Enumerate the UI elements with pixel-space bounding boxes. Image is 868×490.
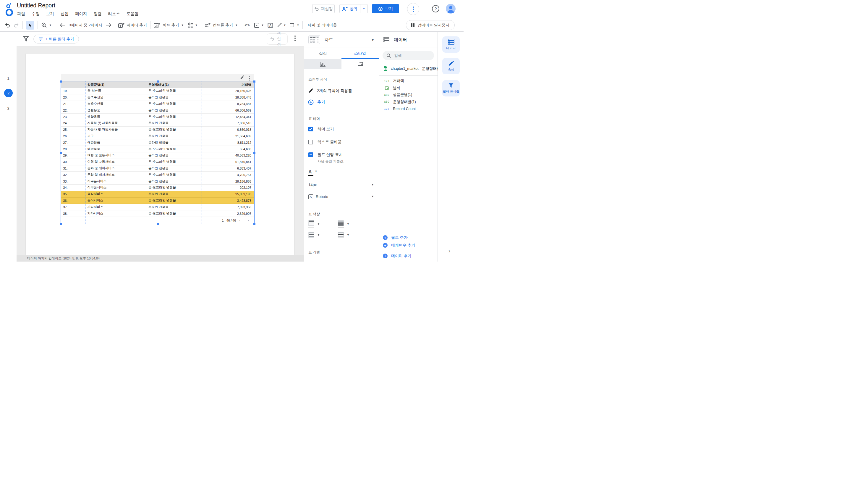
embed-code-button[interactable]: <> (245, 23, 250, 28)
rail-properties-button[interactable]: 속성 (442, 58, 460, 74)
table-cell: 음·식료품 (85, 88, 146, 94)
page-item-2-active[interactable]: 2 (4, 89, 13, 97)
resize-handle[interactable] (253, 81, 255, 83)
font-family-select[interactable]: A Roboto ▼ (308, 194, 375, 201)
add-chart-button[interactable]: 차트 추가 ▼ (154, 23, 184, 28)
field-row[interactable]: ABC 상품군별(1) (379, 91, 438, 98)
collapse-panel-icon[interactable]: › (448, 248, 450, 254)
checkbox-row-show-header[interactable]: 헤더 보기 (308, 126, 375, 132)
quick-filter-add-button[interactable]: + 빠른 필터 추가 (33, 35, 79, 44)
add-field-button[interactable]: + 필드 추가 (383, 235, 408, 240)
add-control-button[interactable]: 컨트롤 추가 ▼ (205, 23, 238, 28)
menu-arrange[interactable]: 정렬 (94, 11, 102, 17)
text-tool-button[interactable]: A (268, 23, 273, 28)
resize-handle[interactable] (60, 152, 62, 154)
shape-tool-button[interactable] (289, 23, 295, 28)
field-row[interactable]: 123 Record Count (379, 105, 438, 112)
looker-studio-logo-icon[interactable] (5, 3, 15, 17)
table-cell: 28,888,445 (202, 94, 254, 100)
resize-handle[interactable] (253, 152, 255, 154)
pause-updates-button[interactable]: 업데이트 일시중지 (406, 20, 455, 30)
resize-handle[interactable] (60, 223, 62, 225)
rail-filter-bar-button[interactable]: 필터 표시줄 (442, 80, 460, 96)
add-parameter-button[interactable]: + 매개변수 추가 (383, 242, 415, 248)
checkbox-checked-icon[interactable] (308, 127, 313, 132)
theme-layout-button[interactable]: 테마 및 레이아웃 (308, 23, 337, 28)
add-data-button-panel[interactable]: + 데이터 추가 (383, 253, 411, 259)
row-color-button-2[interactable]: ▼ (338, 232, 368, 238)
resize-handle[interactable] (253, 223, 255, 225)
chart-type-bar-icon[interactable] (341, 59, 379, 69)
table-header-cell[interactable]: 상품군별(1) (85, 81, 146, 88)
pagination-next-icon[interactable]: › (248, 218, 249, 223)
redo-button[interactable] (14, 23, 19, 28)
row-color-button[interactable]: ▼ (308, 232, 338, 238)
select-tool-button[interactable] (26, 21, 34, 30)
edit-pencil-icon[interactable] (240, 76, 244, 80)
help-button[interactable]: ? (432, 5, 439, 12)
checkbox-unchecked-icon[interactable] (308, 140, 313, 144)
field-row[interactable]: 123 거래액 (379, 78, 438, 85)
field-list: 123 거래액 날짜 ABC 상품군별(1) ABC 운영형태별(1) 123 … (379, 78, 438, 112)
header-divider (427, 4, 427, 14)
plus-icon: + (383, 243, 388, 248)
chart-more-options[interactable] (248, 76, 251, 81)
menu-view[interactable]: 보기 (46, 11, 54, 17)
table-cell: 202,107 (202, 185, 254, 191)
tab-setup[interactable]: 설정 (304, 48, 341, 59)
table-header-cell[interactable]: 운영형태별(1) (146, 81, 202, 88)
add-rule-button[interactable]: 추가 (308, 99, 375, 105)
chart-type-column-icon[interactable] (304, 59, 341, 69)
undo-button[interactable] (4, 23, 10, 28)
data-source-row[interactable]: chapter1_market - 운영형태별 (383, 66, 433, 71)
image-tool-button[interactable] (254, 23, 260, 28)
table-header-cell[interactable]: 거래액 (202, 81, 254, 88)
field-row[interactable]: ABC 운영형태별(1) (379, 98, 438, 106)
zoom-tool-button[interactable] (41, 22, 47, 28)
page-item-1[interactable]: 1 (0, 76, 17, 81)
chevron-down-icon[interactable]: ▼ (371, 37, 375, 42)
canvas-more-options[interactable] (293, 34, 298, 42)
checkbox-row-text-wrap[interactable]: 텍스트 줄바꿈 (308, 139, 375, 145)
report-title[interactable]: Untitled Report (17, 2, 55, 9)
view-button[interactable]: 보기 (372, 4, 399, 13)
menu-file[interactable]: 파일 (17, 11, 25, 17)
conditional-rules-row[interactable]: 2개의 규칙이 적용됨 (308, 88, 375, 93)
add-data-button[interactable]: 데이터 추가 (118, 23, 147, 28)
page-item-3[interactable]: 3 (0, 106, 17, 111)
zoom-dropdown-icon[interactable]: ▼ (49, 24, 52, 27)
field-row[interactable]: 날짜 (379, 85, 438, 92)
menu-page[interactable]: 페이지 (75, 11, 87, 17)
next-page-button[interactable] (106, 23, 112, 28)
checkbox-row-field-desc[interactable]: 필드 설명 표시 (308, 152, 375, 157)
font-color-picker[interactable]: A ▼ (308, 167, 375, 174)
previous-page-button[interactable] (60, 23, 65, 28)
font-size-select[interactable]: 14px ▼ (308, 182, 375, 189)
resize-handle[interactable] (157, 223, 159, 225)
line-tool-button[interactable] (277, 23, 282, 28)
header-color-button[interactable]: ▼ (308, 221, 338, 228)
resize-handle[interactable] (60, 81, 62, 83)
share-dropdown[interactable]: ▼ (360, 4, 368, 13)
share-button[interactable]: 공유 ▼ (339, 4, 368, 13)
resize-handle[interactable] (157, 81, 159, 83)
checkbox-indeterminate-icon[interactable] (308, 152, 313, 157)
menu-edit[interactable]: 수정 (32, 11, 40, 17)
table-cell: 온라인 전용몰 (146, 204, 202, 210)
table-cell: 이쿠폰서비스 (85, 178, 146, 184)
header-color-button-2[interactable]: ▼ (338, 221, 368, 228)
menu-resource[interactable]: 리소스 (108, 11, 120, 17)
reset-button[interactable]: 재설정 (312, 4, 335, 13)
more-options-button[interactable] (407, 3, 419, 15)
tab-style[interactable]: 스타일 (341, 48, 379, 59)
canvas-reset-button[interactable]: 재설정 (267, 33, 288, 45)
avatar[interactable] (446, 4, 456, 13)
page-indicator[interactable]: 3페이지 중 2페이지 (69, 23, 102, 28)
field-search-input[interactable]: 검색 (382, 51, 434, 60)
pagination-prev-icon[interactable]: ‹ (240, 218, 241, 223)
menu-help[interactable]: 도움말 (127, 11, 138, 17)
rail-data-button[interactable]: 데이터 (442, 36, 460, 53)
community-viz-button[interactable]: ▼ (188, 23, 198, 28)
table-chart-component[interactable]: 상품군별(1) 운영형태별(1) 거래액 19.음·식료품온·오프라인 병행몰2… (61, 74, 254, 224)
menu-insert[interactable]: 삽입 (61, 11, 69, 17)
